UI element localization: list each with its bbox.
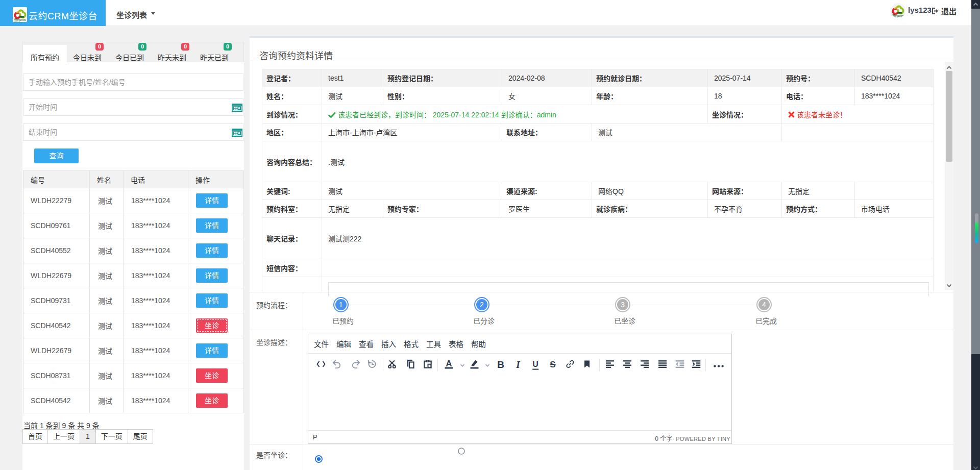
svg-text:云约crm: 云约crm bbox=[892, 13, 903, 18]
svg-text:A: A bbox=[446, 359, 452, 368]
svg-text:云约crm: 云约crm bbox=[14, 17, 26, 22]
